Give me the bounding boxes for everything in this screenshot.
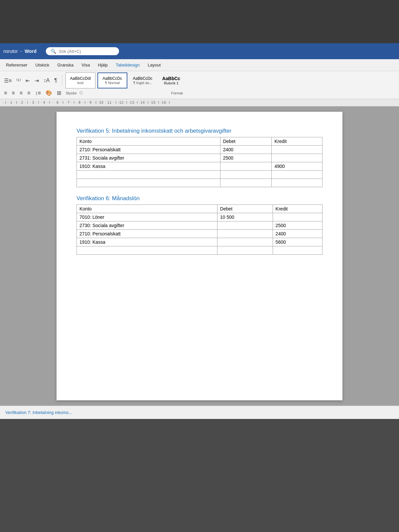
v6-row0-kredit <box>273 213 322 221</box>
v6-row0-konto: 7010: Löner <box>77 213 217 221</box>
style-rubrik1-preview: AaBbCc <box>162 76 180 81</box>
table-row: 7010: Löner10 500 <box>77 213 323 221</box>
paragraph-mark[interactable]: ¶ <box>53 77 59 84</box>
doc-gap1 <box>76 122 323 128</box>
v6-row3-kredit: 5600 <box>273 238 322 246</box>
ribbon-row1: ☰≡ ⁽¹⁾ ⇤ ⇥ ↕A ¶ AaBbCcDdI kod AaBbCcDc ¶… <box>3 72 396 88</box>
menu-layout[interactable]: Layout <box>144 61 164 69</box>
sort-icon[interactable]: ↕A <box>42 77 51 84</box>
style-kod[interactable]: AaBbCcDdI kod <box>66 72 95 88</box>
title-bar: nsrutor - Word 🔍 <box>0 43 399 59</box>
table-row: 1910: Kassa 4900 <box>77 162 323 171</box>
ribbon-sep1 <box>62 75 62 86</box>
v5-row2-kredit: 4900 <box>272 162 323 171</box>
ruler-text: · I · 1 · I · 2 · I · 3 · I · 4 · I · · … <box>3 101 170 104</box>
col-debet-header: Debet <box>220 137 272 146</box>
table-row: 1910: Kassa 5600 <box>77 238 323 246</box>
verifikation5-table: Konto Debet Kredit 2710: Personalskatt24… <box>76 137 323 187</box>
menu-granska[interactable]: Granska <box>54 61 77 69</box>
page: Verifikation 5: Inbetalning inkomstskatt… <box>57 112 342 400</box>
line-spacing-icon[interactable]: ↕≡ <box>34 89 42 97</box>
bottom-verifikation7: Verifikation 7: Inbetalning inkoms... <box>5 410 72 415</box>
expand-icon[interactable]: ⬡ <box>79 91 83 95</box>
menu-hjalp[interactable]: Hjälp <box>94 61 111 69</box>
v5-row1-debet: 2500 <box>220 154 272 162</box>
table-row <box>77 179 323 187</box>
v6-row1-kredit: 2500 <box>273 221 322 230</box>
verifikation5-title: Verifikation 5: Inbetalning inkomstskatt… <box>76 128 323 134</box>
v5-row1-kredit <box>272 154 323 162</box>
menu-bar: Referenser Utskick Granska Visa Hjälp Ta… <box>0 59 399 71</box>
document-area: Verifikation 5: Inbetalning inkomstskatt… <box>0 106 399 406</box>
numbered-list-icon[interactable]: ⁽¹⁾ <box>15 77 22 84</box>
v5-row0-kredit <box>272 146 323 154</box>
style-rubrik1[interactable]: AaBbCc Rubrik 1 <box>158 72 185 88</box>
table-row: 2710: Personalskatt2400 <box>77 146 323 154</box>
v5-row1-konto: 2731: Sociala avgifter <box>77 154 220 162</box>
table-row: 2731: Sociala avgifter2500 <box>77 154 323 162</box>
v6-row3-debet <box>217 238 273 246</box>
menu-references[interactable]: Referenser <box>3 61 31 69</box>
style-kod-label: kod <box>77 81 83 85</box>
v5-row0-debet: 2400 <box>220 146 272 154</box>
verifikation6-title: Verifikation 6: Månadslön <box>76 195 323 202</box>
document-name: nsrutor <box>3 49 18 54</box>
ribbon-row2: ≡ ≡ ≡ ≡ ↕≡ 🎨 ⊞ Stycke ⬡ Format <box>3 89 396 97</box>
table-header-row: Konto Debet Kredit <box>77 137 323 146</box>
outdent-icon[interactable]: ⇥ <box>33 77 40 84</box>
v6-row4-konto <box>77 246 217 255</box>
search-icon: 🔍 <box>51 49 56 54</box>
style-normal-preview: AaBbCcDc <box>103 76 122 81</box>
v6-row2-konto: 2710: Personalskatt <box>77 230 217 238</box>
search-box[interactable]: 🔍 <box>46 47 119 55</box>
style-kod-preview: AaBbCcDdI <box>70 76 91 81</box>
v5-row4-konto <box>77 179 220 187</box>
v6-row2-debet <box>217 230 273 238</box>
v5-row2-konto: 1910: Kassa <box>77 162 220 171</box>
v5-row3-debet <box>220 171 272 179</box>
v6-row4-debet <box>217 246 273 255</box>
v6-row1-konto: 2730: Sociala avgifter <box>77 221 217 230</box>
app-name: Word <box>25 49 37 54</box>
align-right-icon[interactable]: ≡ <box>18 89 24 97</box>
style-inget[interactable]: AaBbCcDc ¶ Inget av... <box>129 72 156 88</box>
indent-icon[interactable]: ⇤ <box>24 77 31 84</box>
v5-row4-debet <box>220 179 272 187</box>
v5-row0-konto: 2710: Personalskatt <box>77 146 220 154</box>
v6-row2-kredit: 2400 <box>273 230 322 238</box>
menu-visa[interactable]: Visa <box>78 61 93 69</box>
top-dark-area <box>0 0 399 43</box>
style-normal[interactable]: AaBbCcDc ¶ Normal <box>97 72 127 88</box>
col-kredit-header: Kredit <box>272 137 323 146</box>
section-format-label: Format <box>171 91 183 95</box>
ruler: · I · 1 · I · 2 · I · 3 · I · 4 · I · · … <box>0 99 399 106</box>
shading-icon[interactable]: 🎨 <box>44 89 54 97</box>
section-stycke-label: Stycke <box>66 91 77 95</box>
justify-icon[interactable]: ≡ <box>26 89 32 97</box>
search-input[interactable] <box>59 49 112 54</box>
v6-row3-konto: 1910: Kassa <box>77 238 217 246</box>
align-center-icon[interactable]: ≡ <box>10 89 16 97</box>
v5-row3-konto <box>77 171 220 179</box>
bottom-bar: Verifikation 7: Inbetalning inkoms... <box>0 406 399 419</box>
col6-debet-header: Debet <box>217 205 273 213</box>
v6-row1-debet <box>217 221 273 230</box>
style-inget-preview: AaBbCcDc <box>133 76 153 81</box>
table-row: 2730: Sociala avgifter 2500 <box>77 221 323 230</box>
style-rubrik1-label: Rubrik 1 <box>164 81 179 85</box>
col6-kredit-header: Kredit <box>273 205 322 213</box>
v6-row4-kredit <box>273 246 322 255</box>
table-row: 2710: Personalskatt 2400 <box>77 230 323 238</box>
menu-utskick[interactable]: Utskick <box>32 61 53 69</box>
list-icon[interactable]: ☰≡ <box>3 77 13 84</box>
ribbon: ☰≡ ⁽¹⁾ ⇤ ⇥ ↕A ¶ AaBbCcDdI kod AaBbCcDc ¶… <box>0 71 399 99</box>
menu-tabelldesign[interactable]: Tabelldesign <box>112 61 143 69</box>
table-row <box>77 171 323 179</box>
col6-konto-header: Konto <box>77 205 217 213</box>
v6-row0-debet: 10 500 <box>217 213 273 221</box>
borders-icon[interactable]: ⊞ <box>56 89 63 97</box>
verifikation6-table: Konto Debet Kredit 7010: Löner10 500 273… <box>76 204 323 255</box>
align-left-icon[interactable]: ≡ <box>3 89 8 97</box>
table6-header-row: Konto Debet Kredit <box>77 205 323 213</box>
v5-row4-kredit <box>272 179 323 187</box>
